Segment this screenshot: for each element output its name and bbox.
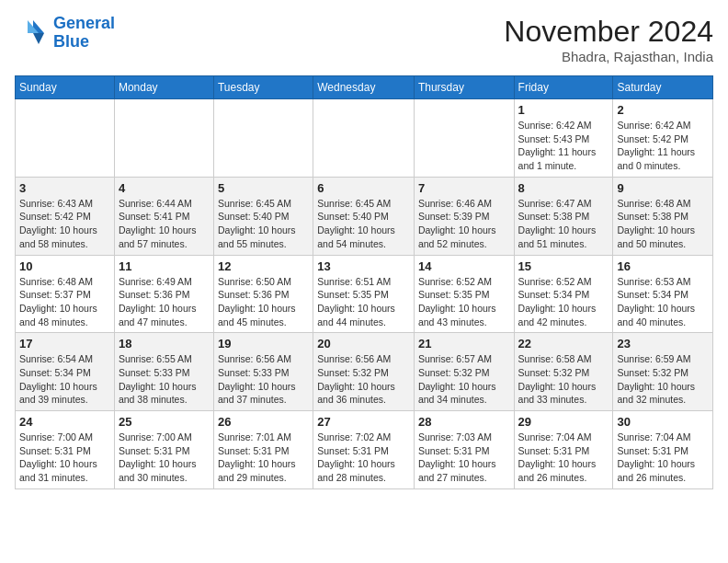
day-number: 9 bbox=[617, 181, 709, 195]
day-detail: Sunrise: 6:54 AM Sunset: 5:34 PM Dayligh… bbox=[19, 352, 110, 407]
day-detail: Sunrise: 7:02 AM Sunset: 5:31 PM Dayligh… bbox=[317, 431, 410, 485]
day-number: 21 bbox=[418, 337, 510, 350]
calendar-week-row: 3Sunrise: 6:43 AM Sunset: 5:42 PM Daylig… bbox=[16, 177, 713, 255]
day-detail: Sunrise: 7:03 AM Sunset: 5:31 PM Dayligh… bbox=[418, 431, 510, 485]
day-detail: Sunrise: 6:52 AM Sunset: 5:35 PM Dayligh… bbox=[418, 275, 510, 329]
calendar-day-cell: 20Sunrise: 6:56 AM Sunset: 5:32 PM Dayli… bbox=[313, 333, 415, 411]
calendar-day-cell: 28Sunrise: 7:03 AM Sunset: 5:31 PM Dayli… bbox=[414, 411, 514, 489]
day-number: 15 bbox=[518, 259, 609, 273]
day-detail: Sunrise: 6:48 AM Sunset: 5:37 PM Dayligh… bbox=[19, 275, 110, 329]
calendar-day-cell: 9Sunrise: 6:48 AM Sunset: 5:38 PM Daylig… bbox=[613, 177, 713, 255]
month-title: November 2024 bbox=[504, 15, 713, 49]
day-number: 12 bbox=[218, 259, 309, 273]
day-detail: Sunrise: 6:53 AM Sunset: 5:34 PM Dayligh… bbox=[617, 275, 709, 329]
weekday-header: Tuesday bbox=[213, 76, 313, 99]
day-number: 23 bbox=[617, 337, 709, 350]
page-header: General Blue November 2024 Bhadra, Rajas… bbox=[15, 15, 713, 64]
calendar-day-cell: 22Sunrise: 6:58 AM Sunset: 5:32 PM Dayli… bbox=[514, 333, 613, 411]
day-number: 14 bbox=[418, 259, 510, 273]
calendar-day-cell: 14Sunrise: 6:52 AM Sunset: 5:35 PM Dayli… bbox=[414, 255, 514, 333]
day-number: 26 bbox=[218, 415, 309, 429]
day-number: 2 bbox=[617, 103, 709, 117]
day-number: 25 bbox=[119, 415, 210, 429]
calendar-table: SundayMondayTuesdayWednesdayThursdayFrid… bbox=[15, 75, 713, 489]
weekday-header: Thursday bbox=[414, 76, 514, 99]
calendar-day-cell: 6Sunrise: 6:45 AM Sunset: 5:40 PM Daylig… bbox=[313, 177, 415, 255]
day-number: 10 bbox=[19, 259, 110, 273]
day-detail: Sunrise: 6:55 AM Sunset: 5:33 PM Dayligh… bbox=[119, 352, 210, 407]
day-number: 28 bbox=[418, 415, 510, 429]
day-detail: Sunrise: 6:46 AM Sunset: 5:39 PM Dayligh… bbox=[418, 197, 510, 251]
calendar-day-cell bbox=[16, 99, 115, 178]
calendar-day-cell: 16Sunrise: 6:53 AM Sunset: 5:34 PM Dayli… bbox=[613, 255, 713, 333]
calendar-day-cell bbox=[414, 99, 514, 178]
day-number: 3 bbox=[19, 181, 110, 195]
logo-line2: Blue bbox=[53, 32, 89, 51]
calendar-day-cell: 29Sunrise: 7:04 AM Sunset: 5:31 PM Dayli… bbox=[514, 411, 613, 489]
calendar-day-cell: 23Sunrise: 6:59 AM Sunset: 5:32 PM Dayli… bbox=[613, 333, 713, 411]
day-detail: Sunrise: 6:51 AM Sunset: 5:35 PM Dayligh… bbox=[317, 275, 410, 329]
day-detail: Sunrise: 6:49 AM Sunset: 5:36 PM Dayligh… bbox=[119, 275, 210, 329]
calendar-day-cell: 3Sunrise: 6:43 AM Sunset: 5:42 PM Daylig… bbox=[16, 177, 115, 255]
calendar-day-cell: 1Sunrise: 6:42 AM Sunset: 5:43 PM Daylig… bbox=[514, 99, 613, 178]
day-number: 6 bbox=[317, 181, 410, 195]
calendar-day-cell: 27Sunrise: 7:02 AM Sunset: 5:31 PM Dayli… bbox=[313, 411, 415, 489]
day-detail: Sunrise: 6:56 AM Sunset: 5:32 PM Dayligh… bbox=[317, 352, 410, 407]
day-detail: Sunrise: 7:01 AM Sunset: 5:31 PM Dayligh… bbox=[218, 431, 309, 485]
day-detail: Sunrise: 6:58 AM Sunset: 5:32 PM Dayligh… bbox=[518, 352, 609, 407]
day-detail: Sunrise: 6:45 AM Sunset: 5:40 PM Dayligh… bbox=[218, 197, 309, 251]
calendar-day-cell: 26Sunrise: 7:01 AM Sunset: 5:31 PM Dayli… bbox=[213, 411, 313, 489]
day-number: 29 bbox=[518, 415, 609, 429]
day-detail: Sunrise: 6:43 AM Sunset: 5:42 PM Dayligh… bbox=[19, 197, 110, 251]
day-number: 17 bbox=[19, 337, 110, 350]
calendar-day-cell: 17Sunrise: 6:54 AM Sunset: 5:34 PM Dayli… bbox=[16, 333, 115, 411]
day-number: 7 bbox=[418, 181, 510, 195]
day-number: 18 bbox=[119, 337, 210, 350]
day-number: 11 bbox=[119, 259, 210, 273]
calendar-day-cell bbox=[313, 99, 415, 178]
calendar-day-cell: 15Sunrise: 6:52 AM Sunset: 5:34 PM Dayli… bbox=[514, 255, 613, 333]
day-detail: Sunrise: 7:00 AM Sunset: 5:31 PM Dayligh… bbox=[19, 431, 110, 485]
day-number: 13 bbox=[317, 259, 410, 273]
calendar-day-cell: 30Sunrise: 7:04 AM Sunset: 5:31 PM Dayli… bbox=[613, 411, 713, 489]
calendar-day-cell: 18Sunrise: 6:55 AM Sunset: 5:33 PM Dayli… bbox=[114, 333, 213, 411]
day-number: 19 bbox=[218, 337, 309, 350]
day-detail: Sunrise: 6:48 AM Sunset: 5:38 PM Dayligh… bbox=[617, 197, 709, 251]
calendar-day-cell: 19Sunrise: 6:56 AM Sunset: 5:33 PM Dayli… bbox=[213, 333, 313, 411]
day-number: 4 bbox=[119, 181, 210, 195]
location-subtitle: Bhadra, Rajasthan, India bbox=[504, 49, 713, 64]
weekday-header: Saturday bbox=[613, 76, 713, 99]
logo-line1: General bbox=[53, 14, 115, 32]
day-number: 8 bbox=[518, 181, 609, 195]
calendar-day-cell: 5Sunrise: 6:45 AM Sunset: 5:40 PM Daylig… bbox=[213, 177, 313, 255]
calendar-day-cell bbox=[114, 99, 213, 178]
weekday-header-row: SundayMondayTuesdayWednesdayThursdayFrid… bbox=[16, 76, 713, 99]
calendar-week-row: 10Sunrise: 6:48 AM Sunset: 5:37 PM Dayli… bbox=[16, 255, 713, 333]
day-detail: Sunrise: 7:00 AM Sunset: 5:31 PM Dayligh… bbox=[119, 431, 210, 485]
day-detail: Sunrise: 6:59 AM Sunset: 5:32 PM Dayligh… bbox=[617, 352, 709, 407]
day-number: 1 bbox=[518, 103, 609, 117]
day-detail: Sunrise: 6:44 AM Sunset: 5:41 PM Dayligh… bbox=[119, 197, 210, 251]
calendar-day-cell: 2Sunrise: 6:42 AM Sunset: 5:42 PM Daylig… bbox=[613, 99, 713, 178]
day-number: 16 bbox=[617, 259, 709, 273]
day-number: 22 bbox=[518, 337, 609, 350]
day-detail: Sunrise: 6:57 AM Sunset: 5:32 PM Dayligh… bbox=[418, 352, 510, 407]
logo-icon bbox=[15, 17, 48, 50]
day-detail: Sunrise: 6:47 AM Sunset: 5:38 PM Dayligh… bbox=[518, 197, 609, 251]
day-detail: Sunrise: 6:42 AM Sunset: 5:43 PM Dayligh… bbox=[518, 119, 609, 173]
calendar-day-cell: 13Sunrise: 6:51 AM Sunset: 5:35 PM Dayli… bbox=[313, 255, 415, 333]
calendar-week-row: 1Sunrise: 6:42 AM Sunset: 5:43 PM Daylig… bbox=[16, 99, 713, 178]
day-detail: Sunrise: 7:04 AM Sunset: 5:31 PM Dayligh… bbox=[617, 431, 709, 485]
weekday-header: Friday bbox=[514, 76, 613, 99]
calendar-day-cell: 11Sunrise: 6:49 AM Sunset: 5:36 PM Dayli… bbox=[114, 255, 213, 333]
calendar-day-cell bbox=[213, 99, 313, 178]
calendar-day-cell: 24Sunrise: 7:00 AM Sunset: 5:31 PM Dayli… bbox=[16, 411, 115, 489]
weekday-header: Wednesday bbox=[313, 76, 415, 99]
day-detail: Sunrise: 6:52 AM Sunset: 5:34 PM Dayligh… bbox=[518, 275, 609, 329]
calendar-day-cell: 21Sunrise: 6:57 AM Sunset: 5:32 PM Dayli… bbox=[414, 333, 514, 411]
day-number: 30 bbox=[617, 415, 709, 429]
calendar-week-row: 24Sunrise: 7:00 AM Sunset: 5:31 PM Dayli… bbox=[16, 411, 713, 489]
calendar-day-cell: 25Sunrise: 7:00 AM Sunset: 5:31 PM Dayli… bbox=[114, 411, 213, 489]
day-detail: Sunrise: 6:42 AM Sunset: 5:42 PM Dayligh… bbox=[617, 119, 709, 173]
title-block: November 2024 Bhadra, Rajasthan, India bbox=[504, 15, 713, 64]
